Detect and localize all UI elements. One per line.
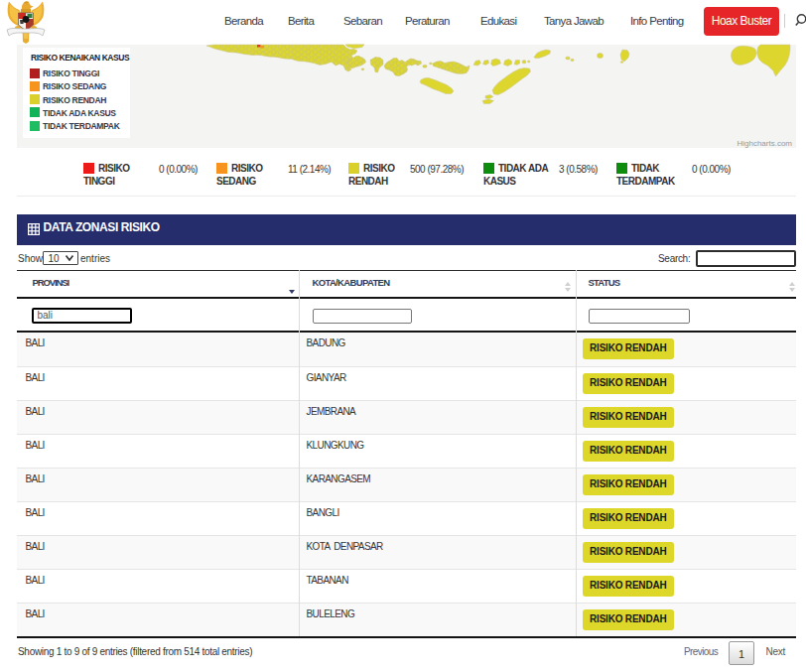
svg-text:Highcharts.com: Highcharts.com xyxy=(737,139,792,148)
